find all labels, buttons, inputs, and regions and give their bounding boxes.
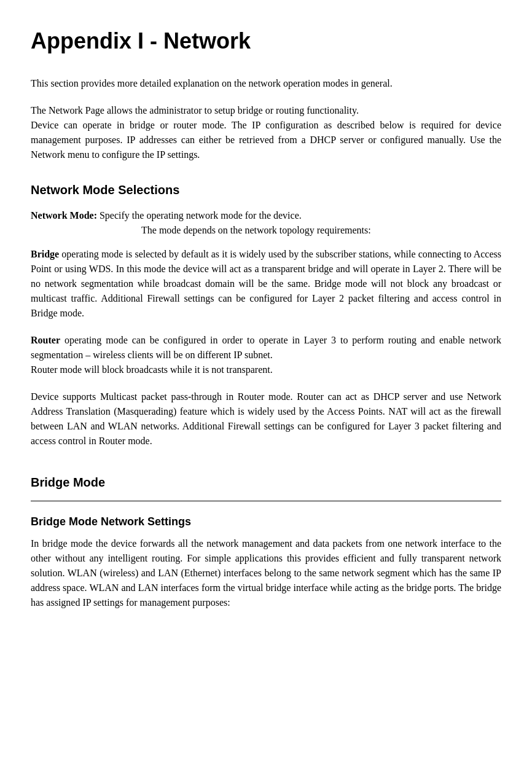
- network-page-line1: The Network Page allows the administrato…: [31, 103, 501, 118]
- bridge-desc-text: operating mode is selected by default as…: [31, 249, 501, 318]
- intro-paragraph: This section provides more detailed expl…: [31, 76, 501, 91]
- network-mode-description: Network Mode: Specify the operating netw…: [31, 208, 501, 238]
- network-mode-heading: Network Mode Selections: [31, 181, 501, 199]
- router-paragraph: Router operating mode can be configured …: [31, 333, 501, 377]
- bridge-paragraph: Bridge operating mode is selected by def…: [31, 247, 501, 321]
- bridge-mode-heading: Bridge Mode: [31, 473, 501, 491]
- network-mode-topology: The mode depends on the network topology…: [141, 223, 371, 238]
- page-title: Appendix I - Network: [31, 25, 501, 58]
- bridge-mode-settings-desc: In bridge mode the device forwards all t…: [31, 536, 501, 610]
- network-mode-specify-text: Specify the operating network mode for t…: [100, 210, 302, 221]
- network-page-line2: Device can operate in bridge or router m…: [31, 118, 501, 162]
- bridge-mode-section: Bridge Mode Bridge Mode Network Settings…: [31, 473, 501, 610]
- multicast-paragraph: Device supports Multicast packet pass-th…: [31, 390, 501, 448]
- router-term: Router: [31, 335, 60, 345]
- bridge-mode-settings-heading: Bridge Mode Network Settings: [31, 514, 501, 530]
- bridge-term: Bridge: [31, 249, 59, 259]
- router-desc-text: operating mode can be configured in orde…: [31, 335, 501, 360]
- network-page-description: The Network Page allows the administrato…: [31, 103, 501, 162]
- network-mode-label: Network Mode:: [31, 210, 97, 221]
- section-divider: [31, 501, 501, 501]
- router-desc-line2: Router mode will block broadcasts while …: [31, 364, 273, 375]
